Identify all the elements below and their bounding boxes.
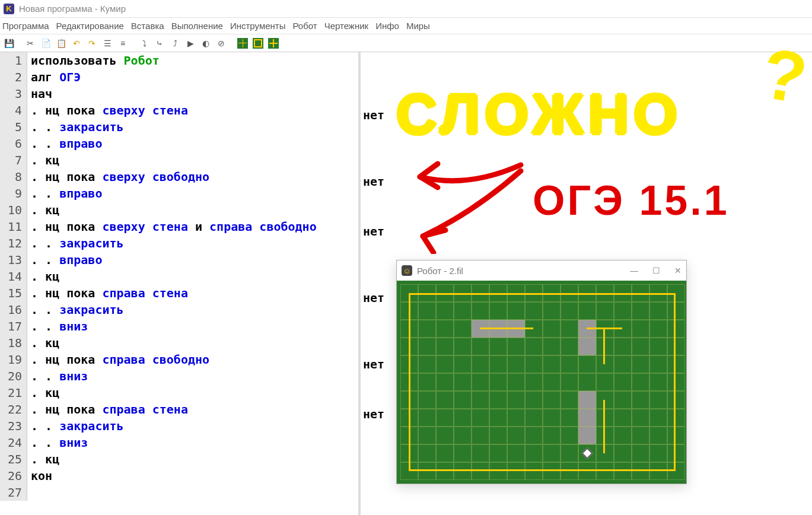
code-line[interactable]: 15. нц пока справа стена (0, 285, 358, 301)
copy-icon[interactable]: 📄 (39, 37, 52, 50)
code-line[interactable]: 25. кц (0, 451, 358, 468)
code-line[interactable]: 1использовать Робот (0, 52, 358, 69)
code-text[interactable]: . нц пока справа стена (27, 285, 188, 301)
menu-tools[interactable]: Инструменты (230, 21, 286, 31)
code-text[interactable]: . кц (27, 451, 59, 468)
close-icon[interactable]: ✕ (674, 266, 682, 275)
step-out-icon[interactable]: ⤴ (168, 37, 181, 50)
menu-program[interactable]: Программа (2, 21, 49, 31)
code-line[interactable]: 17. . вниз (0, 318, 358, 335)
minimize-icon[interactable]: — (630, 266, 638, 275)
text-icon[interactable]: ≡ (116, 37, 129, 50)
paste-icon[interactable]: 📋 (55, 37, 68, 50)
code-text[interactable]: алг ОГЭ (27, 69, 81, 85)
code-text[interactable]: . кц (27, 202, 59, 218)
code-text[interactable]: . . вниз (27, 368, 88, 384)
editor-pane[interactable]: 1использовать Робот2алг ОГЭ3нач4. нц пок… (0, 52, 361, 515)
wall (603, 329, 605, 364)
menu-info[interactable]: Инфо (375, 21, 399, 31)
code-text[interactable]: . . вправо (27, 252, 102, 268)
code-line[interactable]: 22. нц пока справа стена (0, 401, 358, 418)
step-in-icon[interactable]: ⤵ (138, 37, 151, 50)
code-line[interactable]: 3нач (0, 85, 358, 102)
maximize-icon[interactable]: ☐ (652, 266, 660, 275)
code-line[interactable]: 9. . вправо (0, 185, 358, 202)
annotation-red: ОГЭ 15.1 (533, 177, 730, 224)
redo-icon[interactable]: ↷ (85, 37, 98, 50)
undo-icon[interactable]: ↶ (70, 37, 83, 50)
line-number: 5 (0, 119, 27, 135)
code-line[interactable]: 7. кц (0, 152, 358, 169)
code-line[interactable]: 21. кц (0, 384, 358, 401)
line-number: 15 (0, 285, 27, 301)
code[interactable]: 1использовать Робот2алг ОГЭ3нач4. нц пок… (0, 52, 358, 501)
code-text[interactable]: . . вправо (27, 135, 102, 152)
code-line[interactable]: 14. кц (0, 268, 358, 285)
code-text[interactable]: . кц (27, 384, 59, 401)
robot-titlebar[interactable]: Робот - 2.fil — ☐ ✕ (397, 260, 686, 281)
menu-worlds[interactable]: Миры (406, 21, 430, 31)
line-number: 17 (0, 318, 27, 335)
code-line[interactable]: 26кон (0, 468, 358, 484)
code-text[interactable]: . . вниз (27, 434, 88, 451)
menu-robot[interactable]: Робот (292, 21, 317, 31)
code-text[interactable]: использовать Робот (27, 52, 160, 69)
code-text[interactable]: . кц (27, 268, 59, 285)
code-line[interactable]: 8. нц пока сверху свободно (0, 169, 358, 185)
code-text[interactable]: . . закрасить (27, 235, 124, 252)
plus-icon[interactable] (267, 37, 280, 50)
code-text[interactable]: . . закрасить (27, 418, 124, 434)
code-line[interactable]: 6. . вправо (0, 135, 358, 152)
line-number: 2 (0, 69, 27, 85)
code-line[interactable]: 27 (0, 484, 358, 501)
code-text[interactable]: . нц пока справа стена (27, 401, 188, 418)
save-icon[interactable]: 💾 (2, 37, 15, 50)
code-text[interactable]: . нц пока сверху стена и справа свободно (27, 218, 317, 235)
code-line[interactable]: 19. нц пока справа свободно (0, 351, 358, 368)
code-text[interactable]: нач (27, 85, 52, 102)
code-text[interactable]: . нц пока сверху стена (27, 102, 188, 119)
line-number: 19 (0, 351, 27, 368)
run-icon[interactable]: ▶ (184, 37, 197, 50)
menu-insert[interactable]: Вставка (131, 21, 164, 31)
code-line[interactable]: 2алг ОГЭ (0, 69, 358, 85)
menu-edit[interactable]: Редактирование (56, 21, 124, 31)
code-line[interactable]: 13. . вправо (0, 252, 358, 268)
robot-window[interactable]: Робот - 2.fil — ☐ ✕ (396, 260, 687, 484)
code-line[interactable]: 18. кц (0, 335, 358, 351)
code-text[interactable]: . . закрасить (27, 119, 124, 135)
code-text[interactable]: . нц пока сверху свободно (27, 169, 209, 185)
code-line[interactable]: 24. . вниз (0, 434, 358, 451)
code-line[interactable]: 4. нц пока сверху стена (0, 102, 358, 119)
line-number: 1 (0, 52, 27, 69)
code-line[interactable]: 11. нц пока сверху стена и справа свобод… (0, 218, 358, 235)
pause-icon[interactable]: ◐ (199, 37, 212, 50)
code-text[interactable]: . . закрасить (27, 301, 124, 318)
code-line[interactable]: 23. . закрасить (0, 418, 358, 434)
code-line[interactable]: 12. . закрасить (0, 235, 358, 252)
code-line[interactable]: 5. . закрасить (0, 119, 358, 135)
code-text[interactable]: кон (27, 468, 52, 484)
line-number: 21 (0, 384, 27, 401)
code-text[interactable]: . . вниз (27, 318, 88, 335)
wall (409, 293, 676, 471)
cut-icon[interactable]: ✂ (24, 37, 37, 50)
stop-icon[interactable]: ⊘ (215, 37, 228, 50)
result-label: нет (363, 108, 384, 122)
step-over-icon[interactable]: ⤷ (153, 37, 166, 50)
code-text[interactable]: . нц пока справа свободно (27, 351, 209, 368)
code-text[interactable] (27, 484, 31, 501)
grid-icon[interactable] (236, 37, 249, 50)
code-text[interactable]: . кц (27, 152, 59, 169)
frame-icon[interactable] (251, 37, 265, 50)
code-line[interactable]: 20. . вниз (0, 368, 358, 384)
line-number: 10 (0, 202, 27, 218)
robot-grid[interactable] (397, 281, 686, 484)
menu-execution[interactable]: Выполнение (171, 21, 223, 31)
code-line[interactable]: 10. кц (0, 202, 358, 218)
list-icon[interactable]: ☰ (101, 37, 114, 50)
code-text[interactable]: . . вправо (27, 185, 102, 202)
code-text[interactable]: . кц (27, 335, 59, 351)
menu-drawer[interactable]: Чертежник (324, 21, 369, 31)
code-line[interactable]: 16. . закрасить (0, 301, 358, 318)
